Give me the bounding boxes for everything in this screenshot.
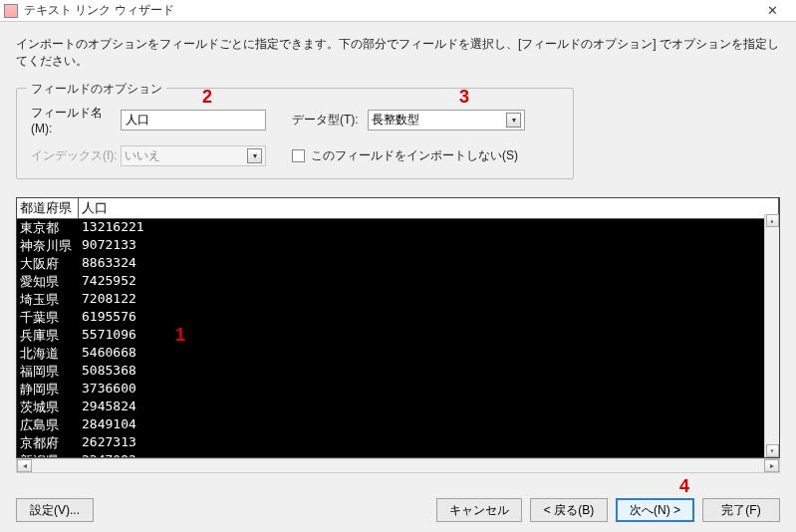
table-row[interactable]: 東京都13216221 bbox=[17, 219, 779, 237]
back-button[interactable]: < 戻る(B) bbox=[530, 498, 608, 522]
table-row[interactable]: 新潟県2347092 bbox=[17, 452, 779, 458]
settings-button[interactable]: 設定(V)... bbox=[16, 498, 94, 522]
cell-pref: 大阪府 bbox=[17, 255, 79, 273]
cell-pop: 9072133 bbox=[79, 237, 779, 255]
preview-header-row: 都道府県 人口 bbox=[17, 198, 779, 219]
cell-pref: 静岡県 bbox=[17, 381, 79, 399]
chevron-down-icon: ▾ bbox=[506, 113, 521, 128]
header-pref[interactable]: 都道府県 bbox=[17, 198, 79, 218]
cell-pop: 2347092 bbox=[79, 452, 779, 458]
index-select: いいえ ▾ bbox=[121, 145, 266, 166]
index-value: いいえ bbox=[125, 147, 160, 164]
cell-pref: 神奈川県 bbox=[17, 237, 79, 255]
window-title: テキスト リンク ウィザード bbox=[24, 2, 752, 19]
index-label: インデックス(I): bbox=[31, 147, 121, 164]
cancel-button[interactable]: キャンセル bbox=[436, 498, 522, 522]
scroll-down-icon[interactable]: ▾ bbox=[766, 444, 779, 457]
cell-pref: 北海道 bbox=[17, 345, 79, 363]
table-row[interactable]: 埼玉県7208122 bbox=[17, 291, 779, 309]
annotation-4: 4 bbox=[679, 476, 689, 497]
intro-text: インポートのオプションをフィールドごとに指定できます。下の部分でフィールドを選択… bbox=[16, 36, 780, 70]
data-type-select[interactable]: 長整数型 ▾ bbox=[368, 110, 525, 131]
scroll-up-icon[interactable]: ▴ bbox=[766, 214, 779, 227]
title-bar: テキスト リンク ウィザード ✕ bbox=[0, 0, 796, 22]
table-row[interactable]: 千葉県6195576 bbox=[17, 309, 779, 327]
table-row[interactable]: 福岡県5085368 bbox=[17, 363, 779, 381]
data-preview[interactable]: 都道府県 人口 東京都13216221神奈川県9072133大阪府8863324… bbox=[16, 197, 780, 458]
annotation-1: 1 bbox=[175, 325, 185, 346]
data-type-value: 長整数型 bbox=[372, 112, 419, 129]
skip-field-label: このフィールドをインポートしない(S) bbox=[311, 147, 518, 164]
finish-button[interactable]: 完了(F) bbox=[702, 498, 780, 522]
cell-pop: 5460668 bbox=[79, 345, 779, 363]
cell-pop: 8863324 bbox=[79, 255, 779, 273]
table-row[interactable]: 兵庫県5571096 bbox=[17, 327, 779, 345]
table-row[interactable]: 大阪府8863324 bbox=[17, 255, 779, 273]
header-pop[interactable]: 人口 bbox=[79, 198, 779, 218]
cell-pop: 2627313 bbox=[79, 434, 779, 452]
table-row[interactable]: 京都府2627313 bbox=[17, 434, 779, 452]
cell-pref: 千葉県 bbox=[17, 309, 79, 327]
cell-pop: 13216221 bbox=[79, 219, 779, 237]
table-row[interactable]: 茨城県2945824 bbox=[17, 399, 779, 416]
cell-pop: 2945824 bbox=[79, 399, 779, 416]
field-name-label: フィールド名(M): bbox=[31, 105, 121, 135]
data-type-label: データ型(T): bbox=[292, 112, 368, 129]
field-name-input[interactable] bbox=[121, 110, 266, 131]
cell-pref: 新潟県 bbox=[17, 452, 79, 458]
group-legend: フィールドのオプション bbox=[27, 81, 166, 98]
chevron-down-icon: ▾ bbox=[247, 148, 262, 163]
cell-pref: 京都府 bbox=[17, 434, 79, 452]
table-row[interactable]: 北海道5460668 bbox=[17, 345, 779, 363]
horizontal-scrollbar[interactable]: ◂ ▸ bbox=[16, 458, 780, 473]
close-button[interactable]: ✕ bbox=[752, 1, 792, 21]
cell-pop: 2849104 bbox=[79, 416, 779, 434]
table-row[interactable]: 広島県2849104 bbox=[17, 416, 779, 434]
skip-field-checkbox[interactable] bbox=[292, 149, 305, 162]
cell-pref: 福岡県 bbox=[17, 363, 79, 381]
cell-pref: 兵庫県 bbox=[17, 327, 79, 345]
cell-pref: 埼玉県 bbox=[17, 291, 79, 309]
cell-pop: 3736600 bbox=[79, 381, 779, 399]
cell-pop: 5085368 bbox=[79, 363, 779, 381]
annotation-3: 3 bbox=[459, 87, 469, 108]
app-icon bbox=[4, 4, 18, 18]
field-options-group: フィールドのオプション 2 3 フィールド名(M): データ型(T): 長整数型… bbox=[16, 88, 574, 179]
cell-pref: 広島県 bbox=[17, 416, 79, 434]
scroll-left-icon[interactable]: ◂ bbox=[17, 459, 32, 472]
vertical-scrollbar[interactable]: ▴ ▾ bbox=[764, 214, 779, 457]
next-button[interactable]: 次へ(N) > bbox=[616, 498, 694, 522]
table-row[interactable]: 静岡県3736600 bbox=[17, 381, 779, 399]
cell-pref: 東京都 bbox=[17, 219, 79, 237]
cell-pref: 愛知県 bbox=[17, 273, 79, 291]
cell-pop: 7425952 bbox=[79, 273, 779, 291]
annotation-2: 2 bbox=[202, 87, 212, 108]
cell-pref: 茨城県 bbox=[17, 399, 79, 416]
table-row[interactable]: 神奈川県9072133 bbox=[17, 237, 779, 255]
cell-pop: 7208122 bbox=[79, 291, 779, 309]
scroll-right-icon[interactable]: ▸ bbox=[764, 459, 779, 472]
table-row[interactable]: 愛知県7425952 bbox=[17, 273, 779, 291]
